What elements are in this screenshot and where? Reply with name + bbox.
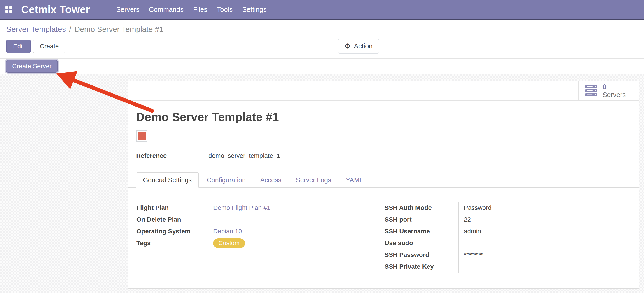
ssh-password-value: ******** (458, 249, 561, 261)
action-button[interactable]: ⚙ Action (338, 39, 379, 54)
breadcrumb-current: Demo Server Template #1 (74, 25, 163, 34)
statusbar: Create Server (0, 58, 644, 74)
field-row-use-sudo: Use sudo (384, 237, 561, 249)
menu-item-commands[interactable]: Commands (149, 6, 184, 13)
field-label: Use sudo (384, 237, 458, 249)
action-button-label: Action (354, 42, 372, 50)
field-row-ssh-username: SSH Username admin (384, 225, 561, 237)
left-field-group: Flight Plan Demo Flight Plan #1 On Delet… (136, 202, 310, 249)
main-menu: Servers Commands Files Tools Settings (116, 6, 267, 13)
field-row-ssh-private-key: SSH Private Key (384, 261, 561, 272)
reference-row: Reference demo_server_template_1 (136, 150, 638, 162)
field-label: On Delete Plan (136, 214, 208, 225)
gear-icon: ⚙ (344, 43, 351, 50)
field-label: Operating System (136, 225, 208, 237)
menu-item-settings[interactable]: Settings (242, 6, 266, 13)
color-swatch[interactable] (136, 130, 148, 142)
ssh-username-value: admin (458, 225, 561, 237)
field-row-operating-system: Operating System Debian 10 (136, 225, 310, 237)
top-navbar: Cetmix Tower Servers Commands Files Tool… (0, 0, 644, 20)
edit-button[interactable]: Edit (6, 40, 31, 53)
servers-count: 0 (602, 83, 626, 91)
field-row-tags: Tags Custom (136, 237, 310, 249)
field-row-flight-plan: Flight Plan Demo Flight Plan #1 (136, 202, 310, 214)
field-label: SSH Private Key (384, 261, 458, 272)
tab-access[interactable]: Access (253, 173, 288, 188)
app-brand[interactable]: Cetmix Tower (21, 4, 90, 16)
field-label: SSH port (384, 214, 458, 225)
reference-label: Reference (136, 152, 203, 160)
use-sudo-value (458, 237, 561, 249)
ssh-private-key-value (458, 261, 561, 272)
servers-count-label: Servers (602, 91, 626, 98)
breadcrumb-separator: / (69, 25, 71, 34)
tab-configuration[interactable]: Configuration (200, 173, 252, 188)
field-label: SSH Username (384, 225, 458, 237)
servers-stat-button[interactable]: 0 Servers (578, 81, 638, 100)
flight-plan-link[interactable]: Demo Flight Plan #1 (213, 204, 270, 211)
field-row-ssh-auth-mode: SSH Auth Mode Password (384, 202, 561, 214)
content-area: 0 Servers Demo Server Template #1 Refere… (0, 74, 644, 293)
control-panel: Server Templates / Demo Server Template … (0, 20, 644, 58)
notebook-tabs: General Settings Configuration Access Se… (128, 172, 638, 188)
field-label: SSH Password (384, 249, 458, 261)
menu-item-tools[interactable]: Tools (217, 6, 232, 13)
field-row-ssh-port: SSH port 22 (384, 214, 561, 225)
tab-general-settings[interactable]: General Settings (136, 172, 199, 188)
create-button[interactable]: Create (33, 40, 66, 53)
breadcrumb-parent-link[interactable]: Server Templates (6, 25, 66, 34)
tag-badge-custom[interactable]: Custom (213, 238, 245, 248)
field-label: Flight Plan (136, 202, 208, 214)
field-label: SSH Auth Mode (384, 202, 458, 214)
field-groups: Flight Plan Demo Flight Plan #1 On Delet… (136, 202, 638, 274)
tab-yaml[interactable]: YAML (339, 173, 370, 188)
reference-value: demo_server_template_1 (203, 150, 280, 162)
server-template-card: 0 Servers Demo Server Template #1 Refere… (128, 81, 639, 289)
field-row-on-delete-plan: On Delete Plan (136, 214, 310, 225)
card-header-strip: 0 Servers (128, 81, 638, 101)
create-server-button[interactable]: Create Server (6, 60, 58, 73)
ssh-port-value: 22 (458, 214, 561, 225)
menu-item-files[interactable]: Files (193, 6, 207, 13)
record-title: Demo Server Template #1 (136, 110, 638, 124)
menu-item-servers[interactable]: Servers (116, 6, 139, 13)
servers-icon (585, 85, 598, 96)
button-row: Edit Create ⚙ Action (6, 40, 644, 58)
right-field-group: SSH Auth Mode Password SSH port 22 SSH U… (384, 202, 561, 272)
tab-server-logs[interactable]: Server Logs (289, 173, 338, 188)
card-body: Demo Server Template #1 Reference demo_s… (128, 110, 638, 274)
operating-system-link[interactable]: Debian 10 (213, 228, 242, 235)
field-row-ssh-password: SSH Password ******** (384, 249, 561, 261)
breadcrumb: Server Templates / Demo Server Template … (6, 25, 644, 34)
ssh-auth-mode-value: Password (458, 202, 561, 214)
color-swatch-fill (138, 132, 146, 140)
field-label: Tags (136, 237, 208, 249)
apps-menu-icon[interactable] (6, 6, 12, 13)
